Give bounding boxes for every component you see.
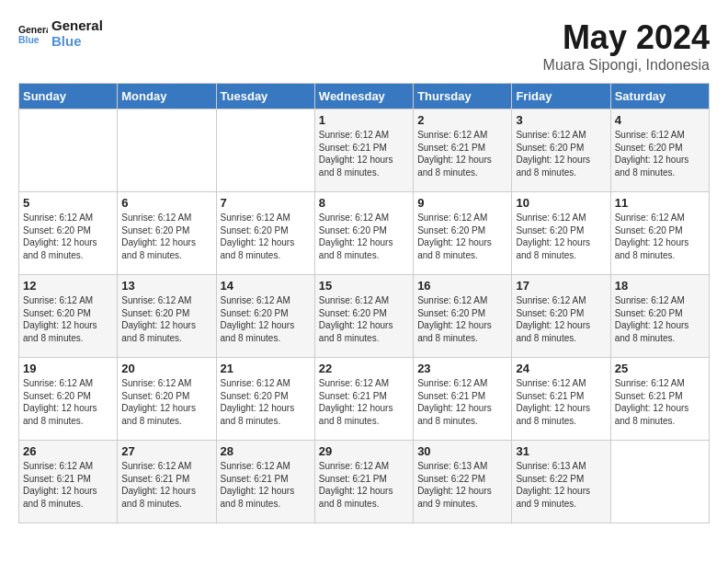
day-number: 29: [319, 444, 409, 458]
day-number: 25: [615, 362, 705, 375]
day-number: 12: [23, 279, 113, 293]
day-info: Sunrise: 6:12 AM Sunset: 6:20 PM Dayligh…: [319, 212, 409, 261]
day-info: Sunrise: 6:12 AM Sunset: 6:20 PM Dayligh…: [615, 294, 705, 344]
day-info: Sunrise: 6:12 AM Sunset: 6:20 PM Dayligh…: [221, 212, 311, 261]
day-info: Sunrise: 6:12 AM Sunset: 6:20 PM Dayligh…: [319, 294, 409, 344]
calendar-cell: 29Sunrise: 6:12 AM Sunset: 6:21 PM Dayli…: [314, 441, 413, 523]
calendar-cell: [216, 109, 314, 192]
day-number: 18: [615, 279, 705, 293]
day-info: Sunrise: 6:12 AM Sunset: 6:20 PM Dayligh…: [417, 294, 507, 344]
day-info: Sunrise: 6:12 AM Sunset: 6:21 PM Dayligh…: [121, 460, 211, 510]
day-number: 28: [221, 444, 311, 458]
calendar-week-5: 26Sunrise: 6:12 AM Sunset: 6:21 PM Dayli…: [19, 441, 710, 523]
calendar-cell: 7Sunrise: 6:12 AM Sunset: 6:20 PM Daylig…: [216, 192, 314, 275]
calendar-cell: 18Sunrise: 6:12 AM Sunset: 6:20 PM Dayli…: [610, 275, 709, 358]
day-number: 20: [121, 362, 211, 375]
calendar-cell: 13Sunrise: 6:12 AM Sunset: 6:20 PM Dayli…: [118, 275, 216, 358]
calendar-cell: [118, 109, 216, 192]
calendar-cell: 24Sunrise: 6:12 AM Sunset: 6:21 PM Dayli…: [512, 358, 610, 441]
calendar-cell: 21Sunrise: 6:12 AM Sunset: 6:20 PM Dayli…: [216, 358, 314, 441]
day-number: 5: [23, 196, 113, 210]
day-number: 17: [516, 279, 606, 293]
header-tuesday: Tuesday: [216, 84, 314, 109]
day-number: 16: [417, 279, 507, 293]
calendar-cell: 15Sunrise: 6:12 AM Sunset: 6:20 PM Dayli…: [314, 275, 413, 358]
calendar-cell: 14Sunrise: 6:12 AM Sunset: 6:20 PM Dayli…: [216, 275, 314, 358]
day-info: Sunrise: 6:12 AM Sunset: 6:20 PM Dayligh…: [221, 377, 311, 427]
day-number: 4: [615, 113, 705, 127]
day-info: Sunrise: 6:12 AM Sunset: 6:21 PM Dayligh…: [417, 377, 507, 427]
day-info: Sunrise: 6:13 AM Sunset: 6:22 PM Dayligh…: [516, 460, 606, 510]
day-info: Sunrise: 6:12 AM Sunset: 6:21 PM Dayligh…: [615, 377, 705, 427]
day-info: Sunrise: 6:12 AM Sunset: 6:20 PM Dayligh…: [516, 129, 606, 178]
calendar-cell: 4Sunrise: 6:12 AM Sunset: 6:20 PM Daylig…: [610, 109, 709, 192]
day-info: Sunrise: 6:12 AM Sunset: 6:20 PM Dayligh…: [23, 294, 113, 344]
day-number: 24: [516, 362, 606, 375]
day-number: 10: [516, 196, 606, 210]
calendar-cell: 8Sunrise: 6:12 AM Sunset: 6:20 PM Daylig…: [314, 192, 413, 275]
calendar-cell: 28Sunrise: 6:12 AM Sunset: 6:21 PM Dayli…: [216, 441, 314, 523]
day-number: 22: [319, 362, 409, 375]
day-number: 6: [121, 196, 211, 210]
day-info: Sunrise: 6:12 AM Sunset: 6:20 PM Dayligh…: [615, 129, 705, 178]
generalblue-logo-icon: General Blue: [18, 21, 48, 47]
day-info: Sunrise: 6:12 AM Sunset: 6:20 PM Dayligh…: [23, 377, 113, 427]
day-number: 30: [417, 444, 507, 458]
day-info: Sunrise: 6:12 AM Sunset: 6:20 PM Dayligh…: [615, 212, 705, 261]
calendar-subtitle: Muara Sipongi, Indonesia: [543, 57, 710, 74]
day-number: 15: [319, 279, 409, 293]
day-number: 21: [221, 362, 311, 375]
day-info: Sunrise: 6:12 AM Sunset: 6:20 PM Dayligh…: [121, 294, 211, 344]
calendar-cell: 22Sunrise: 6:12 AM Sunset: 6:21 PM Dayli…: [314, 358, 413, 441]
day-info: Sunrise: 6:12 AM Sunset: 6:21 PM Dayligh…: [319, 129, 409, 178]
day-number: 27: [121, 444, 211, 458]
day-number: 19: [23, 362, 113, 375]
day-number: 3: [516, 113, 606, 127]
header-monday: Monday: [118, 84, 216, 109]
calendar-cell: 3Sunrise: 6:12 AM Sunset: 6:20 PM Daylig…: [512, 109, 610, 192]
calendar-cell: [610, 441, 709, 523]
calendar-week-2: 5Sunrise: 6:12 AM Sunset: 6:20 PM Daylig…: [19, 192, 710, 275]
header-friday: Friday: [512, 84, 610, 109]
calendar-week-4: 19Sunrise: 6:12 AM Sunset: 6:20 PM Dayli…: [19, 358, 710, 441]
svg-text:Blue: Blue: [18, 35, 40, 45]
header-wednesday: Wednesday: [314, 84, 413, 109]
day-info: Sunrise: 6:12 AM Sunset: 6:21 PM Dayligh…: [23, 460, 113, 510]
calendar-table: SundayMondayTuesdayWednesdayThursdayFrid…: [18, 83, 710, 523]
day-number: 8: [319, 196, 409, 210]
day-number: 26: [23, 444, 113, 458]
calendar-cell: 31Sunrise: 6:13 AM Sunset: 6:22 PM Dayli…: [512, 441, 610, 523]
day-info: Sunrise: 6:12 AM Sunset: 6:20 PM Dayligh…: [121, 377, 211, 427]
day-info: Sunrise: 6:12 AM Sunset: 6:21 PM Dayligh…: [319, 377, 409, 427]
calendar-cell: 20Sunrise: 6:12 AM Sunset: 6:20 PM Dayli…: [118, 358, 216, 441]
calendar-cell: 6Sunrise: 6:12 AM Sunset: 6:20 PM Daylig…: [118, 192, 216, 275]
day-info: Sunrise: 6:12 AM Sunset: 6:21 PM Dayligh…: [417, 129, 507, 178]
header-sunday: Sunday: [19, 84, 118, 109]
calendar-cell: 25Sunrise: 6:12 AM Sunset: 6:21 PM Dayli…: [610, 358, 709, 441]
calendar-week-3: 12Sunrise: 6:12 AM Sunset: 6:20 PM Dayli…: [19, 275, 710, 358]
calendar-cell: 12Sunrise: 6:12 AM Sunset: 6:20 PM Dayli…: [19, 275, 118, 358]
calendar-cell: 17Sunrise: 6:12 AM Sunset: 6:20 PM Dayli…: [512, 275, 610, 358]
calendar-cell: 26Sunrise: 6:12 AM Sunset: 6:21 PM Dayli…: [19, 441, 118, 523]
calendar-header-row: SundayMondayTuesdayWednesdayThursdayFrid…: [19, 84, 710, 109]
calendar-cell: 23Sunrise: 6:12 AM Sunset: 6:21 PM Dayli…: [414, 358, 512, 441]
day-number: 23: [417, 362, 507, 375]
day-number: 1: [319, 113, 409, 127]
day-number: 14: [221, 279, 311, 293]
day-info: Sunrise: 6:12 AM Sunset: 6:21 PM Dayligh…: [516, 377, 606, 427]
calendar-cell: 2Sunrise: 6:12 AM Sunset: 6:21 PM Daylig…: [414, 109, 512, 192]
day-info: Sunrise: 6:12 AM Sunset: 6:20 PM Dayligh…: [121, 212, 211, 261]
day-info: Sunrise: 6:12 AM Sunset: 6:21 PM Dayligh…: [319, 460, 409, 510]
calendar-cell: 10Sunrise: 6:12 AM Sunset: 6:20 PM Dayli…: [512, 192, 610, 275]
day-number: 7: [221, 196, 311, 210]
svg-text:General: General: [18, 25, 48, 35]
day-info: Sunrise: 6:12 AM Sunset: 6:20 PM Dayligh…: [23, 212, 113, 261]
calendar-cell: 30Sunrise: 6:13 AM Sunset: 6:22 PM Dayli…: [414, 441, 512, 523]
logo-line1: General: [51, 18, 103, 34]
calendar-cell: 11Sunrise: 6:12 AM Sunset: 6:20 PM Dayli…: [610, 192, 709, 275]
logo: General Blue General Blue: [18, 18, 103, 49]
day-info: Sunrise: 6:12 AM Sunset: 6:21 PM Dayligh…: [221, 460, 311, 510]
day-number: 9: [417, 196, 507, 210]
page-header: General Blue General Blue May 2024 Muara…: [18, 18, 710, 74]
calendar-week-1: 1Sunrise: 6:12 AM Sunset: 6:21 PM Daylig…: [19, 109, 710, 192]
